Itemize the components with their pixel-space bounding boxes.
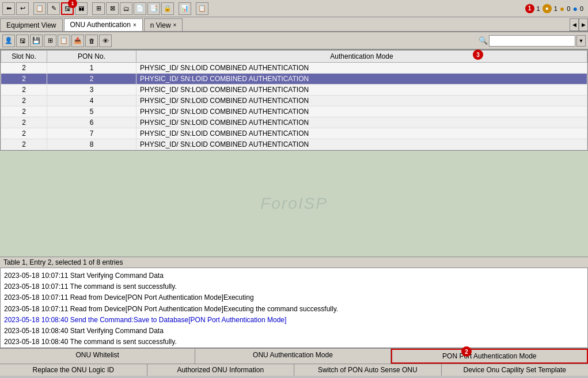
toolbar-btn-4[interactable]: ✎ xyxy=(47,2,60,15)
tab-next-btn[interactable]: ▶ xyxy=(579,18,588,31)
table-row[interactable]: 2 6 PHYSIC_ID/ SN:LOID COMBINED AUTHENTI… xyxy=(1,117,587,128)
toolbar-btn-9[interactable]: 🗂 xyxy=(120,2,132,15)
cell-pon: 1 xyxy=(47,63,136,74)
log-line: 2023-05-18 10:08:40 Start Verifying Comm… xyxy=(4,326,576,337)
data-table-container: Slot No. PON No. Authentication Mode 3 2… xyxy=(0,49,588,151)
bottom-tabs: ONU Whitelist ONU Authentication Mode PO… xyxy=(0,348,588,364)
bottom-nav: Replace the ONU Logic ID Authorized ONU … xyxy=(0,364,588,376)
tab-nav-buttons: ◀ ▶ xyxy=(570,18,588,31)
tab-main-view-label: n View xyxy=(150,21,171,29)
cell-pon: 3 xyxy=(47,85,136,96)
cell-slot: 2 xyxy=(1,96,47,106)
col-header-pon: PON No. xyxy=(47,51,136,63)
tb2-btn-8[interactable]: 👁 xyxy=(99,35,112,47)
tab-onu-auth-label: ONU Authentication xyxy=(70,21,131,29)
tab-equipment-view-label: Equipment View xyxy=(6,21,56,29)
tb2-btn-3[interactable]: 💾 xyxy=(30,35,43,47)
table-row[interactable]: 2 7 PHYSIC_ID/ SN:LOID COMBINED AUTHENTI… xyxy=(1,128,587,139)
toolbar-btn-11[interactable]: 📑 xyxy=(147,2,160,15)
toolbar-btn-14[interactable]: 📋 xyxy=(196,2,208,15)
cell-pon: 2 xyxy=(47,74,136,85)
toolbar-btn-1[interactable]: ⬅ xyxy=(2,2,15,15)
cell-auth: PHYSIC_ID/ SN:LOID COMBINED AUTHENTICATI… xyxy=(136,139,587,150)
table-row[interactable]: 2 1 PHYSIC_ID/ SN:LOID COMBINED AUTHENTI… xyxy=(1,63,587,74)
log-area[interactable]: 2023-05-18 10:07:11 Start Verifying Comm… xyxy=(0,268,588,348)
nav-replace-onu-logic-id[interactable]: Replace the ONU Logic ID xyxy=(0,364,147,376)
tb2-btn-4[interactable]: ⊞ xyxy=(44,35,56,47)
cell-slot: 2 xyxy=(1,128,47,139)
tab-prev-btn[interactable]: ◀ xyxy=(570,18,579,31)
toolbar-btn-2[interactable]: ↩ xyxy=(16,2,29,15)
log-line: 2023-05-18 10:07:11 Read from Device[PON… xyxy=(4,304,576,315)
red-indicator: 1 xyxy=(525,4,534,13)
toolbar-btn-12[interactable]: 🔒 xyxy=(161,2,174,15)
table-row[interactable]: 2 5 PHYSIC_ID/ SN:LOID COMBINED AUTHENTI… xyxy=(1,106,587,117)
table-row[interactable]: 2 4 PHYSIC_ID/ SN:LOID COMBINED AUTHENTI… xyxy=(1,96,587,106)
data-table: Slot No. PON No. Authentication Mode 3 2… xyxy=(1,50,587,150)
top-toolbar: ⬅ ↩ 📋 ✎ 🖫 1 🖬 ⊞ ⊠ 🗂 📄 📑 🔒 📊 📋 1 1 ● 1 ● … xyxy=(0,0,588,17)
nav-switch-pon-auto-sense[interactable]: Switch of PON Auto Sense ONU xyxy=(294,364,442,376)
cell-pon: 8 xyxy=(47,139,136,150)
cell-auth: PHYSIC_ID/ SN:LOID COMBINED AUTHENTICATI… xyxy=(136,85,587,96)
cell-slot: 2 xyxy=(1,117,47,128)
bottom-tab-onu-auth-mode[interactable]: ONU Authentication Mode xyxy=(195,349,390,364)
nav-device-onu-capility[interactable]: Device Onu Capility Set Template xyxy=(442,364,589,376)
cell-pon: 6 xyxy=(47,117,136,128)
tabs-bar: Equipment View ONU Authentication × n Vi… xyxy=(0,17,588,32)
watermark: ForoISP xyxy=(0,151,588,257)
table-row[interactable]: 2 2 PHYSIC_ID/ SN:LOID COMBINED AUTHENTI… xyxy=(1,74,587,85)
cell-slot: 2 xyxy=(1,106,47,117)
tb2-btn-1[interactable]: 👤 xyxy=(2,35,15,47)
toolbar-btn-3[interactable]: 📋 xyxy=(33,2,46,15)
search-icon: 🔍 xyxy=(479,36,488,45)
cell-slot: 2 xyxy=(1,63,47,74)
status-indicators: 1 1 ● 1 ● 0 ● 0 xyxy=(525,4,586,13)
annotation-2-badge: 2 xyxy=(461,346,472,357)
tb2-btn-5[interactable]: 📋 xyxy=(58,35,70,47)
tab-equipment-view[interactable]: Equipment View xyxy=(0,18,63,31)
toolbar-btn-10[interactable]: 📄 xyxy=(134,2,146,15)
cell-slot: 2 xyxy=(1,139,47,150)
log-link[interactable]: 2023-05-18 10:08:40 Send the Command:Sav… xyxy=(4,316,286,324)
yellow-indicator: ● xyxy=(543,4,552,13)
toolbar-btn-5[interactable]: 🖫 1 xyxy=(61,2,74,15)
status-bar: Table 1, Entry 2, selected 1 of 8 entrie… xyxy=(0,257,588,268)
main-content: Slot No. PON No. Authentication Mode 3 2… xyxy=(0,49,588,257)
search-input[interactable] xyxy=(489,35,575,47)
tab-main-view-close[interactable]: × xyxy=(173,22,177,28)
col-header-auth: Authentication Mode 3 xyxy=(136,51,587,63)
log-line: 2023-05-18 10:07:11 Read from Device[PON… xyxy=(4,292,576,303)
cell-auth: PHYSIC_ID/ SN:LOID COMBINED AUTHENTICATI… xyxy=(136,96,587,106)
toolbar-btn-13[interactable]: 📊 xyxy=(179,2,191,15)
nav-authorized-onu-info[interactable]: Authorized ONU Information xyxy=(147,364,295,376)
secondary-toolbar: 👤 🖫 💾 ⊞ 📋 📤 🗑 👁 🔍 ▼ xyxy=(0,32,588,49)
cell-slot: 2 xyxy=(1,85,47,96)
log-line: 2023-05-18 10:08:40 Save to Database[PON… xyxy=(4,348,576,348)
bottom-tab-onu-whitelist[interactable]: ONU Whitelist xyxy=(0,349,195,364)
log-line: 2023-05-18 10:07:11 Start Verifying Comm… xyxy=(4,270,576,281)
annotation-1-badge: 1 xyxy=(68,0,77,8)
table-row[interactable]: 2 8 PHYSIC_ID/ SN:LOID COMBINED AUTHENTI… xyxy=(1,139,587,150)
cell-auth: PHYSIC_ID/ SN:LOID COMBINED AUTHENTICATI… xyxy=(136,128,587,139)
toolbar-btn-8[interactable]: ⊠ xyxy=(106,2,119,15)
tab-onu-auth-close[interactable]: × xyxy=(133,22,136,28)
search-dropdown-btn[interactable]: ▼ xyxy=(576,35,586,47)
tab-onu-authentication[interactable]: ONU Authentication × xyxy=(64,18,143,31)
status-text: Table 1, Entry 2, selected 1 of 8 entrie… xyxy=(3,258,123,266)
cell-auth: PHYSIC_ID/ SN:LOID COMBINED AUTHENTICATI… xyxy=(136,63,587,74)
log-line: 2023-05-18 10:08:40 The command is sent … xyxy=(4,337,576,348)
cell-pon: 7 xyxy=(47,128,136,139)
tb2-btn-2[interactable]: 🖫 xyxy=(16,35,29,47)
tb2-btn-7[interactable]: 🗑 xyxy=(85,35,98,47)
cell-slot: 2 xyxy=(1,74,47,85)
tb2-btn-6[interactable]: 📤 xyxy=(71,35,84,47)
tab-main-view[interactable]: n View × xyxy=(144,18,183,31)
toolbar-btn-7[interactable]: ⊞ xyxy=(92,2,105,15)
log-line: 2023-05-18 10:07:11 The command is sent … xyxy=(4,281,576,292)
cell-auth: PHYSIC_ID/ SN:LOID COMBINED AUTHENTICATI… xyxy=(136,117,587,128)
cell-pon: 5 xyxy=(47,106,136,117)
bottom-tab-pon-port-auth[interactable]: PON Port Authentication Mode 2 xyxy=(391,349,588,364)
table-row[interactable]: 2 3 PHYSIC_ID/ SN:LOID COMBINED AUTHENTI… xyxy=(1,85,587,96)
log-line: 2023-05-18 10:08:40 Send the Command:Sav… xyxy=(4,315,576,326)
search-area: 🔍 ▼ xyxy=(479,35,586,47)
